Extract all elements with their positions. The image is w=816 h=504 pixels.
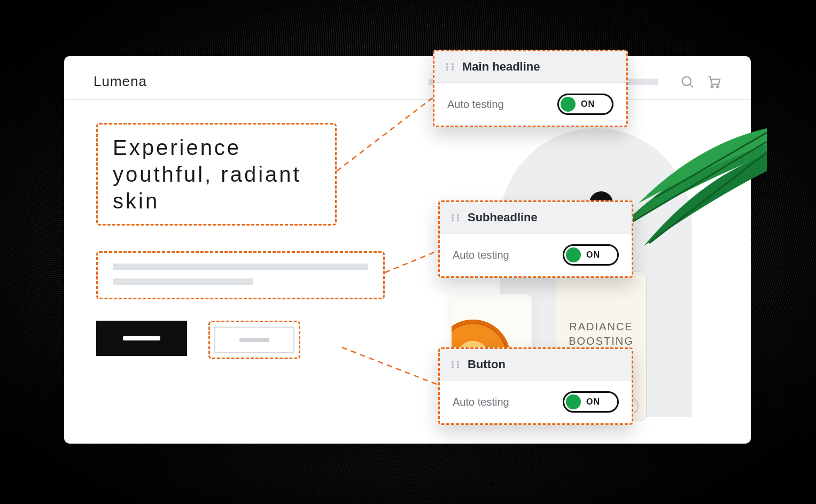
svg-point-0 bbox=[682, 76, 691, 85]
website-preview-canvas: Lumena Experience youthful, radiant skin bbox=[64, 56, 751, 444]
svg-point-3 bbox=[717, 86, 719, 88]
callout-header[interactable]: Main headline bbox=[434, 51, 626, 83]
drag-handle-icon[interactable] bbox=[450, 360, 460, 369]
svg-line-1 bbox=[690, 84, 693, 87]
primary-cta-button[interactable] bbox=[96, 321, 187, 356]
site-header: Lumena bbox=[64, 56, 751, 100]
toggle-state-text: ON bbox=[586, 397, 600, 407]
subheadline-selection-box[interactable] bbox=[96, 251, 385, 299]
callout-subheadline[interactable]: Subheadline Auto testing ON bbox=[438, 200, 633, 278]
callout-button[interactable]: Button Auto testing ON bbox=[438, 347, 633, 425]
drag-handle-icon[interactable] bbox=[450, 213, 460, 222]
headline-selection-box[interactable]: Experience youthful, radiant skin bbox=[96, 123, 337, 226]
brand-logo: Lumena bbox=[94, 73, 147, 90]
svg-point-2 bbox=[711, 86, 713, 88]
nav-link-placeholder[interactable] bbox=[625, 79, 658, 85]
subheadline-placeholder-line bbox=[113, 263, 368, 270]
search-icon[interactable] bbox=[680, 74, 695, 89]
toggle-state-text: ON bbox=[586, 250, 600, 260]
bottle-label-line: RADIANCE bbox=[556, 320, 647, 334]
callout-header[interactable]: Subheadline bbox=[440, 202, 632, 234]
auto-testing-label: Auto testing bbox=[453, 396, 509, 408]
callout-title: Button bbox=[468, 358, 506, 371]
svg-line-4 bbox=[628, 142, 767, 224]
auto-testing-label: Auto testing bbox=[453, 249, 509, 261]
secondary-cta-button[interactable] bbox=[214, 327, 294, 353]
cta-row bbox=[96, 321, 300, 359]
toggle-knob bbox=[561, 97, 576, 112]
cart-icon[interactable] bbox=[706, 74, 721, 89]
subheadline-placeholder-line bbox=[113, 278, 253, 285]
toggle-state-text: ON bbox=[581, 99, 595, 109]
callout-title: Main headline bbox=[462, 60, 540, 74]
callout-header[interactable]: Button bbox=[440, 349, 632, 381]
button-selection-box[interactable] bbox=[208, 321, 300, 359]
callout-title: Subheadline bbox=[468, 211, 538, 224]
hero-headline: Experience youthful, radiant skin bbox=[113, 134, 320, 214]
auto-testing-label: Auto testing bbox=[447, 98, 504, 111]
bottle-label-line: BOOSTING bbox=[556, 334, 647, 348]
auto-testing-toggle[interactable]: ON bbox=[557, 94, 613, 115]
toggle-knob bbox=[566, 394, 581, 409]
auto-testing-toggle[interactable]: ON bbox=[563, 391, 619, 413]
auto-testing-toggle[interactable]: ON bbox=[563, 244, 619, 266]
toggle-knob bbox=[566, 247, 581, 262]
callout-main-headline[interactable]: Main headline Auto testing ON bbox=[433, 50, 628, 127]
drag-handle-icon[interactable] bbox=[445, 62, 455, 72]
